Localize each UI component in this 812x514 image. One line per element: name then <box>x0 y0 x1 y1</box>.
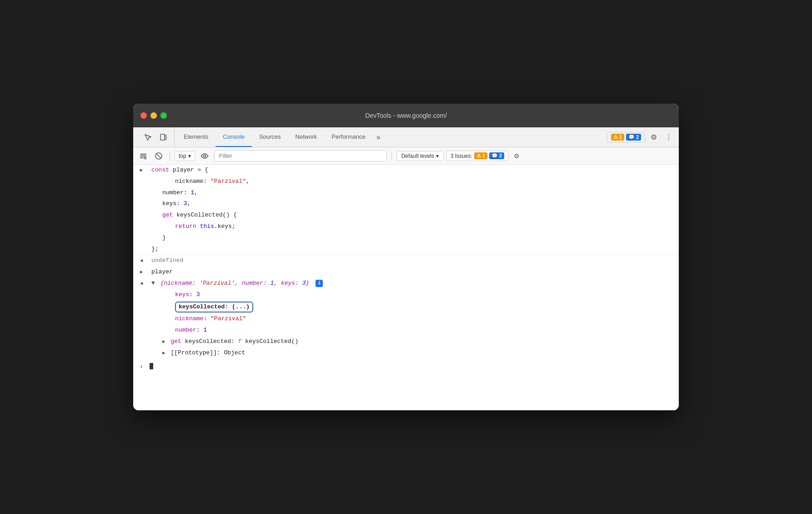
console-line-undefined: ◀ undefined <box>133 255 679 267</box>
tab-performance[interactable]: Performance <box>324 127 372 147</box>
tab-network[interactable]: Network <box>288 127 325 147</box>
svg-rect-3 <box>140 156 146 156</box>
tabbar-right-actions: ⚠ 1 💬 2 ⚙ ⋮ <box>607 127 675 147</box>
console-line-getter: ▶ get keysCollected: f keysCollected() <box>133 336 679 348</box>
keyword-const: const <box>151 166 169 173</box>
result-arrow-2: ◀ <box>140 280 143 288</box>
prompt-cursor <box>150 362 153 371</box>
console-line-keys: keys: 3 <box>133 289 679 301</box>
console-line-number: number: 1 <box>133 325 679 336</box>
console-line-2: nickname: "Parzival", <box>133 176 679 187</box>
close-button[interactable] <box>140 112 147 119</box>
tab-sources[interactable]: Sources <box>252 127 288 147</box>
console-prompt[interactable]: › <box>133 359 679 374</box>
console-line-1: ▶ const player = { <box>133 165 679 176</box>
issues-badge[interactable]: ⚠ 1 💬 2 <box>607 132 645 142</box>
code-block-1: ▶ const player = { nickname: "Parzival",… <box>133 165 679 255</box>
line-gutter-keys <box>133 290 150 291</box>
prompt-icon: › <box>133 362 150 372</box>
titlebar: DevTools - www.google.com/ <box>133 104 679 127</box>
svg-rect-2 <box>140 154 146 155</box>
minimize-button[interactable] <box>150 112 157 119</box>
console-content: ▶ const player = { nickname: "Parzival",… <box>133 165 679 410</box>
expand-arrow-getter[interactable]: ▶ <box>162 339 165 344</box>
expand-arrow-proto[interactable]: ▶ <box>162 350 165 356</box>
warn-badge: ⚠ 1 <box>611 134 624 141</box>
console-line-player-input: ▶ player <box>133 267 679 278</box>
line-content-keys-collected: keysCollected: (...) <box>150 302 675 313</box>
levels-dropdown[interactable]: Default levels ▾ <box>396 151 444 161</box>
console-line-4: keys: 3, <box>133 198 679 210</box>
inspect-icon[interactable] <box>141 132 154 143</box>
line-content-8: }; <box>150 245 675 254</box>
info-icon: i <box>316 280 323 287</box>
toolbar-divider-2 <box>391 151 392 161</box>
console-line-prototype: ▶ [[Prototype]]: Object <box>133 348 679 359</box>
line-content-nickname: nickname: "Parzival" <box>150 314 675 324</box>
tab-console[interactable]: Console <box>216 127 252 147</box>
tab-elements[interactable]: Elements <box>176 127 216 147</box>
filter-input[interactable] <box>214 150 387 161</box>
issues-count-toolbar[interactable]: 3 Issues: ⚠ 1 💬 2 <box>446 151 508 161</box>
tabbar-nav-icons <box>137 127 175 147</box>
line-content-undefined: undefined <box>150 256 675 266</box>
console-line-6: return this.keys; <box>133 221 679 232</box>
tabbar: Elements Console Sources Network Perform… <box>133 127 679 147</box>
line-gutter-keys-collected <box>133 302 150 302</box>
line-gutter-player: ▶ <box>133 267 150 277</box>
line-gutter-result1: ◀ <box>133 256 150 265</box>
line-content-number: number: 1 <box>150 326 675 335</box>
toolbar-info-badge: 💬 2 <box>489 152 504 159</box>
line-gutter-getter <box>133 337 150 338</box>
line-content-getter: ▶ get keysCollected: f keysCollected() <box>150 337 675 347</box>
line-content-2: nickname: "Parzival", <box>162 177 675 186</box>
console-toolbar: top ▾ Default levels ▾ 3 Issues: ⚠ 1 💬 2… <box>133 147 679 165</box>
console-settings-icon[interactable]: ⚙ <box>511 151 522 161</box>
more-options-icon[interactable]: ⋮ <box>662 131 675 143</box>
eye-icon[interactable] <box>198 151 211 161</box>
settings-icon[interactable]: ⚙ <box>648 131 660 143</box>
expand-arrow-1[interactable]: ▶ <box>140 166 143 175</box>
svg-line-8 <box>156 153 161 158</box>
line-gutter-nickname <box>133 314 150 315</box>
line-content-object: ▼ {nickname: 'Parzival', number: 1, keys… <box>150 279 675 288</box>
line-gutter-2 <box>146 177 162 178</box>
window-title: DevTools - www.google.com/ <box>365 112 447 119</box>
result-arrow-1: ◀ <box>140 257 143 265</box>
titlebar-buttons <box>140 112 167 119</box>
console-line-nickname: nickname: "Parzival" <box>133 313 679 325</box>
highlighted-property: keysCollected: (...) <box>175 302 253 313</box>
toolbar-divider-1 <box>170 151 170 161</box>
svg-rect-4 <box>140 157 144 158</box>
line-gutter-number <box>133 326 150 327</box>
line-gutter-object: ◀ <box>133 279 150 288</box>
device-toggle-icon[interactable] <box>157 132 170 143</box>
chevron-down-icon: ▾ <box>188 153 191 159</box>
svg-rect-0 <box>160 134 165 140</box>
line-content-proto: ▶ [[Prototype]]: Object <box>150 348 675 358</box>
no-icon[interactable] <box>152 151 165 161</box>
line-content-player: player <box>150 267 675 277</box>
line-gutter-5 <box>133 211 150 212</box>
line-gutter-7 <box>133 233 150 234</box>
console-line-8: }; <box>133 244 679 255</box>
line-content-7: } <box>150 233 675 243</box>
more-tabs-button[interactable]: » <box>373 127 384 147</box>
svg-rect-1 <box>165 135 166 140</box>
context-selector[interactable]: top ▾ <box>175 151 195 161</box>
clear-console-icon[interactable] <box>137 151 150 161</box>
console-line-object-result: ◀ ▼ {nickname: 'Parzival', number: 1, ke… <box>133 278 679 289</box>
line-gutter-proto <box>133 348 150 349</box>
line-content-5: get keysCollected() { <box>150 211 675 220</box>
line-gutter-6 <box>133 222 150 223</box>
line-content-1: const player = { <box>150 166 675 175</box>
levels-chevron-icon: ▾ <box>436 153 439 159</box>
line-content-3: number: 1, <box>150 188 675 198</box>
console-line-7: } <box>133 232 679 244</box>
line-content-keys: keys: 3 <box>150 290 675 300</box>
line-gutter-4 <box>133 199 150 200</box>
expand-arrow-player[interactable]: ▶ <box>140 268 143 277</box>
maximize-button[interactable] <box>160 112 167 119</box>
console-line-keys-collected: keysCollected: (...) <box>133 301 679 314</box>
console-line-5: get keysCollected() { <box>133 210 679 221</box>
